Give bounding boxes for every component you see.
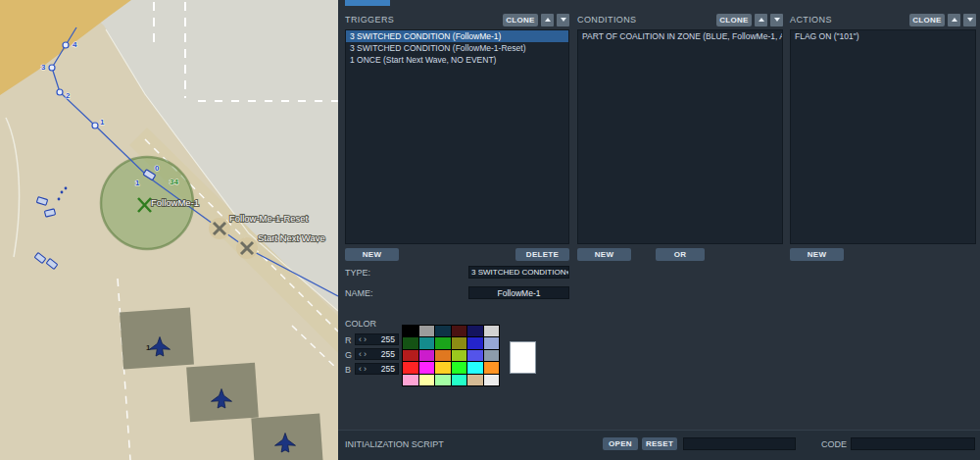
triggers-column-title: TRIGGERS [345,15,503,25]
name-label: NAME: [345,288,373,298]
color-swatch[interactable] [467,362,483,373]
color-swatch[interactable] [452,375,467,385]
waypoint-2-label: 2 [66,91,71,100]
color-swatch[interactable] [484,375,500,385]
waypoint-3[interactable] [49,65,55,71]
triggers-list[interactable]: 3 SWITCHED CONDITION (FollowMe-1) 3 SWIT… [345,29,569,244]
decrement-icon[interactable]: ‹ [359,349,362,359]
color-swatch[interactable] [452,362,467,373]
blue-channel-label: B [345,365,351,375]
color-swatch[interactable] [435,350,451,361]
conditions-move-down-button[interactable] [770,14,783,26]
trigger-list-item[interactable]: 3 SWITCHED CONDITION (FollowMe-1) [346,30,568,42]
color-swatch[interactable] [484,337,500,348]
increment-icon[interactable]: › [364,334,367,344]
color-swatch[interactable] [419,337,435,348]
increment-icon[interactable]: › [364,349,367,359]
zone-name-label: FollowMe-1 [151,197,199,208]
color-swatch[interactable] [452,326,467,336]
waypoint-4[interactable] [63,42,69,48]
conditions-clone-button[interactable]: CLONE [716,14,752,26]
condition-new-button[interactable]: NEW [577,248,631,261]
color-swatch[interactable] [419,326,435,336]
init-script-input[interactable] [683,437,796,450]
color-swatch[interactable] [467,326,483,336]
conditions-move-up-button[interactable] [755,14,767,26]
color-swatch[interactable] [467,350,483,361]
unit-eta-label: 34 [170,178,178,186]
trigger-list-item[interactable]: 1 ONCE (Start Next Wave, NO EVENT) [346,54,568,66]
waypoint-1[interactable] [92,123,98,128]
color-palette[interactable] [402,325,500,386]
code-input[interactable] [851,437,975,450]
trigger-new-button[interactable]: NEW [345,248,399,261]
color-swatch[interactable] [467,337,483,348]
tab-triggers[interactable]: TRIGGERS [345,0,390,6]
actions-clone-button[interactable]: CLONE [909,14,945,26]
triggers-clone-button[interactable]: CLONE [503,14,538,26]
color-swatch[interactable] [403,326,418,336]
trigger-delete-button[interactable]: DELETE [515,248,569,261]
chevron-down-icon [774,18,780,22]
red-channel-label: R [345,335,352,345]
action-new-button[interactable]: NEW [790,248,844,261]
actions-move-down-button[interactable] [963,14,976,26]
color-swatch[interactable] [452,337,467,348]
color-swatch[interactable] [435,375,451,385]
color-swatch[interactable] [435,326,451,336]
open-button[interactable]: OPEN [603,437,638,450]
marker-start-next-wave[interactable] [236,237,258,259]
condition-list-item[interactable]: PART OF COALITION IN ZONE (BLUE, FollowM… [578,30,782,42]
color-swatch[interactable] [419,362,435,373]
waypoint-1-label: 1 [100,118,105,127]
color-swatch[interactable] [435,362,451,373]
reset-button[interactable]: RESET [642,437,677,450]
red-channel-stepper[interactable]: ‹ › 255 [355,333,399,345]
color-swatch[interactable] [484,326,500,336]
color-swatch[interactable] [452,350,467,361]
init-script-label: INITIALIZATION SCRIPT [345,439,444,449]
triggers-column: TRIGGERS CLONE 3 SWITCHED CONDITION (Fol… [345,13,569,261]
decrement-icon[interactable]: ‹ [359,334,362,344]
marker-followme-reset[interactable] [209,218,230,239]
chevron-down-icon [967,18,973,22]
map-view[interactable]: 4 3 2 1 0 34 1 FollowMe-1 Follow-Me-1-Re… [0,0,338,460]
triggers-move-up-button[interactable] [541,14,554,26]
color-swatch[interactable] [419,350,435,361]
green-channel-stepper[interactable]: ‹ › 255 [355,348,399,360]
color-preview-swatch [510,341,536,374]
increment-icon[interactable]: › [364,364,367,374]
color-swatch[interactable] [484,362,500,373]
trigger-type-value: 3 SWITCHED CONDITION [471,267,565,278]
conditions-column: CONDITIONS CLONE PART OF COALITION IN ZO… [577,13,783,261]
color-swatch[interactable] [403,362,418,373]
red-channel-value: 255 [368,334,395,344]
blue-channel-stepper[interactable]: ‹ › 255 [355,363,399,375]
actions-column-title: ACTIONS [790,15,909,25]
trigger-type-dropdown[interactable]: 3 SWITCHED CONDITION ▾ [468,266,569,279]
color-swatch[interactable] [419,375,435,385]
color-swatch[interactable] [484,350,500,361]
action-list-item[interactable]: FLAG ON ("101") [791,30,975,42]
color-swatch[interactable] [403,337,418,348]
conditions-column-title: CONDITIONS [577,15,716,25]
color-swatch[interactable] [403,350,418,361]
actions-list[interactable]: FLAG ON ("101") [790,29,976,244]
decrement-icon[interactable]: ‹ [359,364,362,374]
code-label: CODE [821,439,847,449]
trigger-list-item[interactable]: 3 SWITCHED CONDITION (FollowMe-1-Reset) [346,42,568,54]
triggers-move-down-button[interactable] [557,14,569,26]
waypoint-3-label: 3 [41,63,46,72]
triggers-panel: TRIGGERS TRIGGERS CLONE 3 SWITCHED CONDI… [338,0,980,460]
trigger-name-input[interactable] [468,286,569,299]
waypoint-2[interactable] [57,89,63,95]
color-swatch[interactable] [435,337,451,348]
blue-channel-value: 255 [368,364,395,374]
condition-or-button[interactable]: OR [656,248,705,261]
color-swatch[interactable] [403,375,418,385]
actions-move-up-button[interactable] [948,14,960,26]
marker-followme-reset-label: Follow-Me-1-Reset [229,213,309,224]
chevron-down-icon: ▾ [565,267,569,278]
color-swatch[interactable] [467,375,483,385]
conditions-list[interactable]: PART OF COALITION IN ZONE (BLUE, FollowM… [577,29,783,244]
